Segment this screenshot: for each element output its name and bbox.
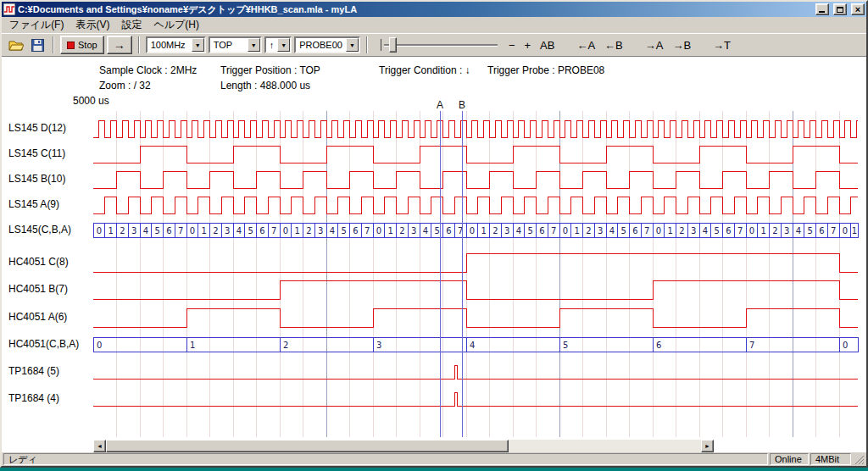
chevron-down-icon[interactable]: ▼: [192, 38, 204, 52]
scroll-thumb[interactable]: [106, 440, 509, 452]
menu-file[interactable]: ファイル(F): [3, 17, 70, 33]
trigger-position-select[interactable]: TOP ▼: [209, 36, 262, 53]
scroll-right-icon[interactable]: ►: [701, 440, 714, 452]
signal-wave-2: [93, 171, 858, 188]
bus-value: 1: [574, 226, 579, 236]
save-icon[interactable]: [28, 36, 47, 54]
resize-grip[interactable]: [853, 453, 865, 465]
trigger-probe-select[interactable]: PROBE00 ▼: [294, 36, 360, 53]
sample-clock-select[interactable]: 100MHz ▼: [146, 36, 206, 53]
minimize-icon: [819, 11, 825, 13]
connection-status: Online: [770, 453, 809, 465]
menu-settings[interactable]: 設定: [115, 17, 147, 33]
time-offset-label: 5000 us: [73, 95, 109, 107]
zoom-info: Zoom : / 32: [99, 80, 151, 91]
title-bar[interactable]: C:¥Documents and Settings¥noname¥デスクトップ¥…: [2, 2, 866, 17]
bus-value: 0: [749, 226, 754, 236]
zoom-slider-track[interactable]: [384, 44, 498, 46]
toolbar-separator: [53, 36, 54, 53]
bus-value: 4: [423, 226, 428, 236]
bus-value: 0: [97, 341, 102, 350]
bus-value: 0: [843, 226, 848, 236]
bus-value: 1: [760, 226, 765, 236]
bus-value: 6: [166, 226, 171, 236]
close-button[interactable]: ×: [851, 3, 865, 15]
minimize-button[interactable]: [815, 3, 829, 15]
app-window: C:¥Documents and Settings¥noname¥デスクトップ¥…: [0, 0, 868, 468]
bus-value: 3: [784, 226, 789, 236]
maximize-icon: [837, 7, 843, 13]
bus-value: 5: [563, 341, 568, 350]
bus-value: 0: [563, 226, 568, 236]
move-cursor-b-right-button[interactable]: →B: [669, 37, 694, 53]
toolbar: Stop → 100MHz ▼ TOP ▼ ↑ ▼ PROBE00 ▼ − +: [2, 33, 866, 57]
bus-value: 5: [807, 226, 812, 236]
move-cursor-b-left-button[interactable]: ←B: [601, 37, 626, 53]
trigger-position-value: TOP: [210, 38, 248, 52]
bus-value: 7: [749, 341, 754, 350]
window-title: C:¥Documents and Settings¥noname¥デスクトップ¥…: [18, 3, 811, 16]
bus-value: 7: [644, 226, 649, 236]
bus-value: 6: [819, 226, 824, 236]
bus-value: 7: [737, 226, 743, 236]
sample-clock-info: Sample Clock : 2MHz: [99, 64, 197, 76]
bus-value: 2: [586, 226, 591, 236]
waveform-display[interactable]: 0123456701234567012345670123456701234567…: [2, 57, 866, 452]
bus-value: 4: [236, 226, 242, 236]
bus-value: 4: [470, 341, 475, 350]
bus-value: 1: [387, 226, 392, 236]
bus-value: 4: [516, 226, 521, 236]
bus-value: 3: [376, 341, 381, 350]
bus-value: 0: [470, 226, 475, 236]
bus-value: 4: [143, 226, 148, 236]
move-cursor-a-right-button[interactable]: →A: [642, 37, 667, 53]
toolbar-separator: [138, 36, 140, 53]
bus-value: 6: [259, 226, 264, 236]
signal-wave-1: [93, 146, 858, 163]
bus-value: 0: [97, 226, 102, 236]
zoom-out-button[interactable]: −: [505, 37, 519, 53]
trigger-position-info: Trigger Position : TOP: [220, 64, 320, 76]
menu-view[interactable]: 表示(V): [70, 17, 115, 33]
signal-wave-10: [93, 392, 858, 406]
trigger-edge-select[interactable]: ↑ ▼: [264, 36, 292, 53]
bus-value: 3: [691, 226, 696, 236]
menu-help[interactable]: ヘルプ(H): [147, 17, 205, 33]
bus-value: 7: [271, 226, 276, 236]
bus-value: 2: [306, 226, 311, 236]
bus-value: 5: [248, 226, 253, 236]
bus-wave-4: [93, 223, 858, 237]
signal-wave-5: [93, 253, 858, 272]
bus-wave-8: [93, 337, 858, 352]
bus-value: 2: [213, 226, 218, 236]
zoom-in-button[interactable]: +: [520, 37, 534, 53]
stop-button[interactable]: Stop: [60, 36, 104, 54]
bus-value: 2: [772, 226, 777, 236]
goto-trigger-button[interactable]: →T: [709, 37, 734, 53]
bus-value: 7: [178, 226, 183, 236]
open-icon[interactable]: [7, 36, 25, 54]
bus-value: 6: [726, 226, 731, 236]
chevron-down-icon[interactable]: ▼: [346, 38, 359, 52]
maximize-button[interactable]: [833, 3, 847, 15]
length-info: Length : 488.000 us: [220, 80, 310, 91]
zoom-slider-thumb[interactable]: [389, 37, 397, 53]
zoom-slider[interactable]: [379, 36, 498, 54]
trigger-edge-value: ↑: [266, 38, 278, 52]
move-cursor-a-left-button[interactable]: ←A: [573, 37, 598, 53]
bus-value: 2: [679, 226, 684, 236]
scroll-track[interactable]: [106, 440, 701, 452]
run-step-button[interactable]: →: [107, 36, 132, 54]
bus-value: 2: [283, 341, 288, 350]
scroll-left-icon[interactable]: ◄: [93, 440, 106, 452]
bus-value: 0: [190, 226, 195, 236]
zoom-ab-button[interactable]: AB: [537, 37, 558, 53]
run-arrow-icon: →: [114, 38, 125, 52]
horizontal-scrollbar[interactable]: ◄ ►: [93, 440, 714, 452]
bus-value: 3: [225, 226, 230, 236]
bus-value: 3: [411, 226, 416, 236]
signal-wave-6: [93, 280, 858, 299]
chevron-down-icon[interactable]: ▼: [277, 38, 290, 52]
chevron-down-icon[interactable]: ▼: [248, 38, 260, 52]
bus-value: 1: [190, 341, 195, 350]
